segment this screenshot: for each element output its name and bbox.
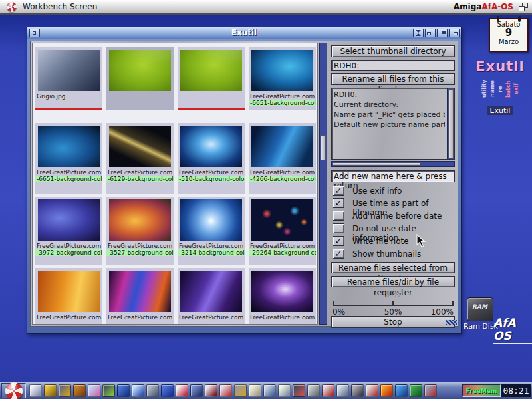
info-horizontal-scrollbar[interactable] — [331, 161, 455, 167]
speaker-disc-icon[interactable] — [351, 384, 364, 397]
mouse-cursor — [416, 234, 426, 248]
monitor-settings-icon[interactable] — [190, 384, 203, 397]
thumbnail-image[interactable] — [38, 50, 100, 91]
thumbnail-cell[interactable]: FreeGreatPicture.com-6651-background-col… — [249, 47, 316, 110]
thumbnail-image[interactable] — [38, 200, 100, 241]
paint-program-icon[interactable] — [176, 384, 188, 397]
emulator-icon[interactable] — [410, 384, 422, 397]
checkbox[interactable] — [332, 211, 344, 221]
thumbnail-image[interactable] — [109, 126, 171, 167]
rename-by-requester-button[interactable]: Rename files/dir by file requester — [331, 276, 455, 287]
stop-button[interactable]: Stop — [331, 316, 455, 328]
thumbnail-image[interactable] — [251, 50, 313, 91]
scale-tick — [452, 301, 454, 305]
window-titlebar[interactable]: Exutil — [27, 27, 461, 39]
thumbnail-cell[interactable]: FreeGreatPicture.com — [178, 268, 245, 325]
thumbnail-image[interactable] — [180, 50, 242, 91]
media-player-icon[interactable] — [395, 384, 408, 397]
checkbox[interactable]: ✓ — [332, 249, 344, 259]
thumbnail-cell[interactable]: FreeGreatPicture.com-3972-background-col… — [35, 197, 102, 265]
rocket-tool-icon[interactable] — [219, 384, 232, 397]
package-boxes-icon[interactable] — [234, 384, 247, 397]
info-line: Name part "_Pic" gets placed beh — [334, 110, 445, 120]
checkbox[interactable] — [332, 223, 344, 233]
magnifier-icon[interactable] — [132, 384, 144, 397]
gold-disc-icon[interactable] — [44, 384, 57, 397]
iconify-gadget[interactable] — [413, 29, 424, 37]
hourglass-icon — [416, 30, 421, 33]
thumbnail-cell[interactable]: FreeGreatPicture.com-4266-background-col… — [249, 123, 316, 194]
brand-amiga: Amiga — [454, 2, 482, 11]
rename-all-files-button[interactable]: Rename all files from this directory — [331, 73, 455, 85]
thumbnail-image[interactable] — [251, 271, 313, 312]
scrollbar-thumb[interactable] — [321, 135, 326, 160]
start-menu-slot[interactable] — [1, 383, 26, 398]
scale-tick — [332, 301, 334, 305]
thumbnail-cell[interactable]: FreeGreatPicture.com — [249, 268, 316, 325]
thumbnail-cell[interactable]: Grigio.jpg — [35, 47, 102, 110]
desktop-icon-ram-disk[interactable]: RAM — [467, 297, 493, 321]
resize-gadget[interactable] — [446, 320, 457, 325]
drawer-icon[interactable] — [59, 384, 71, 397]
thumbnail-image[interactable] — [109, 200, 171, 241]
thumbnail-scrollbar[interactable] — [319, 43, 327, 325]
scrollbar-thumb[interactable] — [448, 89, 454, 158]
checkbox[interactable]: ✓ — [332, 236, 344, 246]
cd-audio-icon[interactable] — [366, 384, 378, 397]
thumbnail-image[interactable] — [251, 126, 313, 167]
thumbnail-cell[interactable]: FreeGreatPicture.com-6129-background-col… — [106, 123, 174, 194]
depth-back-icon — [454, 32, 458, 35]
thumbnail-cell[interactable]: FreeGreatPicture.com-3214-background-col… — [178, 197, 245, 265]
dark-editor-icon[interactable] — [293, 384, 305, 397]
pinwheel-icon[interactable] — [88, 384, 100, 397]
info-box: RDH0:Current directory:Name part "_Pic" … — [331, 88, 455, 160]
directory-field[interactable]: RDH0: — [331, 60, 455, 71]
thumbnail-cell[interactable] — [106, 47, 174, 110]
notepad-icon[interactable] — [278, 384, 291, 397]
thumbnail-cell[interactable]: FreeGreatPicture.com — [106, 268, 174, 325]
pen-tool-icon[interactable] — [205, 384, 217, 397]
screen-cycle-gadget[interactable] — [519, 3, 528, 11]
thumbnail-cell[interactable]: FreeGreatPicture.com-29264-background-co… — [249, 197, 316, 265]
checkbox[interactable]: ✓ — [332, 186, 344, 196]
new-name-input[interactable]: Add new name here & press return — [331, 170, 455, 182]
thumbnail-cell[interactable]: FreeGreatPicture.com-3527-background-col… — [106, 197, 174, 265]
info-vertical-scrollbar[interactable] — [447, 88, 454, 159]
thumbnail-cell[interactable]: FreeGreatPicture.com-510-background-colo… — [178, 123, 245, 194]
thumbnail-image[interactable] — [38, 126, 100, 167]
screen-depth-gadget[interactable] — [449, 29, 460, 37]
car-viewer-icon[interactable] — [424, 384, 437, 397]
select-thumbnail-directory-button[interactable]: Select thumbnail directory — [331, 45, 455, 57]
rename-selected-button[interactable]: Rename files selected from thumbs — [331, 262, 455, 273]
checkbox[interactable]: ✓ — [332, 198, 344, 208]
editor-window-icon[interactable] — [146, 384, 159, 397]
briefcase-icon[interactable] — [73, 384, 86, 397]
calculator-icon[interactable] — [307, 384, 320, 397]
disc-burner-icon[interactable] — [322, 384, 334, 397]
thumbnail-image[interactable] — [180, 271, 242, 312]
paper-stack-icon[interactable] — [249, 384, 261, 397]
zoom-gadget[interactable] — [425, 29, 436, 37]
thumbnail-image[interactable] — [109, 50, 171, 91]
boing-ball-icon[interactable] — [5, 382, 23, 399]
thumbnail-cell[interactable]: FreeGreatPicture.com-6651-background-col… — [35, 123, 102, 194]
document-viewer-icon[interactable] — [336, 384, 349, 397]
thumbnail-cell[interactable]: FreeGreatPicture.com — [35, 268, 102, 325]
document-search-icon[interactable] — [29, 384, 42, 397]
thumbnail-image[interactable] — [109, 271, 171, 312]
thumbnail-image[interactable] — [180, 200, 242, 241]
thumbnail-image[interactable] — [180, 126, 242, 167]
globe-icon[interactable] — [117, 384, 130, 397]
wrench-icon[interactable] — [161, 384, 174, 397]
thumbnail-image[interactable] — [251, 200, 313, 241]
calendar-widget[interactable]: Sabato 9 Marzo — [489, 18, 529, 52]
desktop-icon-exutil[interactable]: Exutil utilitynamerebatchexif Exutil — [469, 59, 531, 116]
scale-tick — [392, 301, 394, 305]
thumbnail-image[interactable] — [38, 271, 100, 312]
thumbnail-cell[interactable] — [178, 47, 245, 110]
emblem-badge-icon[interactable] — [102, 384, 115, 397]
scrollbar-thumb[interactable] — [332, 162, 420, 166]
depth-gadget[interactable] — [437, 29, 448, 37]
fire-demo-icon[interactable] — [380, 384, 393, 397]
calendar-app-icon[interactable] — [263, 384, 276, 397]
